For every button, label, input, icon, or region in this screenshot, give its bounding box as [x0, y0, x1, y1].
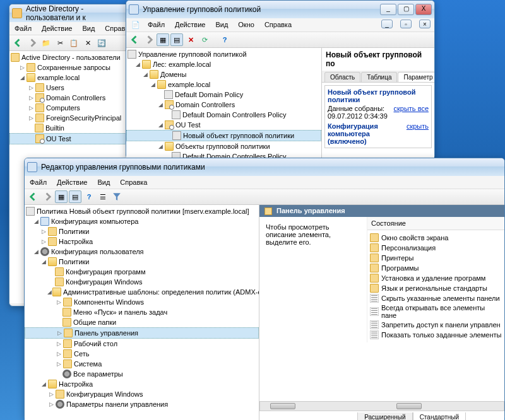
list-item[interactable]: Установка и удаление программ [370, 273, 502, 283]
menu-action[interactable]: Действие [174, 20, 206, 30]
menu-action[interactable]: Действие [40, 23, 73, 33]
tree-gpo-container[interactable]: Объекты групповой политики [175, 143, 270, 150]
menu-help[interactable]: Справка [119, 177, 148, 187]
tree-system[interactable]: Система [74, 360, 102, 368]
detail-button[interactable]: ▤ [170, 33, 183, 46]
tab-strip[interactable]: Область Таблица Параметр [322, 71, 434, 83]
menu-file[interactable]: Файл [13, 23, 33, 33]
close-button[interactable]: X [415, 4, 432, 15]
tree-outest[interactable]: OU Test [175, 121, 201, 129]
tree-root[interactable]: Политика Новый объект групповой политики… [37, 207, 249, 215]
list-button[interactable]: ▦ [55, 190, 68, 203]
tree-users[interactable]: Users [46, 84, 64, 91]
tab-standard[interactable]: Стандартный [413, 412, 466, 420]
back-button[interactable] [27, 190, 40, 203]
help-button[interactable]: ? [218, 33, 231, 46]
tab-extended[interactable]: Расширенный [357, 412, 412, 420]
tree-prog-conf[interactable]: Конфигурация программ [66, 268, 145, 276]
up-button[interactable]: 📁 [40, 37, 52, 49]
view-tabs[interactable]: Расширенный Стандартный [357, 412, 466, 420]
expander-icon[interactable]: ▷ [27, 94, 35, 102]
menu-file[interactable]: Файл [28, 177, 48, 187]
menu-file[interactable]: Файл [146, 20, 166, 30]
expander-icon[interactable]: ▷ [18, 64, 26, 71]
mdi-close[interactable]: × [419, 20, 431, 28]
scrollbar-thumb[interactable] [270, 403, 295, 409]
list-item[interactable]: Всегда открывать все элементы пане [370, 303, 502, 320]
menu-help[interactable]: Справка [263, 20, 293, 30]
hide-all-link[interactable]: скрыть все [394, 105, 429, 120]
expander-icon[interactable]: ▷ [27, 84, 35, 91]
list-item[interactable]: Скрыть указанные элементы панели [370, 293, 502, 303]
tree-startmenu[interactable]: Меню «Пуск» и панель задач [73, 308, 167, 316]
forward-button[interactable] [26, 37, 39, 49]
tree-settings2[interactable]: Настройка [59, 380, 93, 388]
back-button[interactable] [12, 37, 25, 49]
tree-domain[interactable]: example.local [37, 74, 80, 81]
refresh-button[interactable]: 🔄 [95, 37, 108, 49]
list-item[interactable]: Язык и региональные стандарты [370, 283, 502, 293]
tree-dc[interactable]: Domain Controllers [46, 94, 105, 102]
tree-view[interactable]: Политика Новый объект групповой политики… [25, 205, 259, 420]
help-button[interactable]: ? [83, 190, 95, 203]
list-button[interactable]: ▦ [157, 33, 169, 46]
expander-icon[interactable]: ◢ [18, 74, 26, 81]
tree-ddp[interactable]: Default Domain Policy [175, 91, 243, 98]
tree-comp-conf[interactable]: Конфигурация компьютера [51, 218, 138, 225]
tree-user-conf[interactable]: Конфигурация пользователя [51, 248, 144, 255]
scrollbar-h[interactable] [259, 401, 504, 411]
list-item[interactable]: Принтеры [370, 253, 502, 263]
tree-admx[interactable]: Административные шаблоны: определения по… [63, 288, 259, 296]
tree-domain[interactable]: example.local [168, 81, 210, 88]
window-gpe[interactable]: Редактор управления групповыми политикам… [24, 158, 505, 420]
list-item[interactable]: Запретить доступ к панели управлен [370, 320, 502, 330]
expander-icon[interactable]: ▷ [27, 104, 35, 112]
forward-button[interactable] [143, 33, 155, 46]
window-gpmc[interactable]: Управление групповой политикой _ ▢ X 📄 Ф… [126, 0, 435, 159]
list-item[interactable]: Показать только заданные элементы [370, 330, 502, 340]
tree-ddcp[interactable]: Default Domain Controllers Policy [182, 111, 286, 119]
tree-win-conf2[interactable]: Конфигурация Windows [66, 390, 143, 398]
tree-saved-queries[interactable]: Сохраненные запросы [37, 64, 110, 71]
back-button[interactable] [129, 33, 141, 46]
hide-link[interactable]: скрыть [407, 122, 429, 145]
mdi-minimize[interactable]: _ [381, 20, 393, 28]
tree-dc[interactable]: Domain Controllers [175, 101, 235, 108]
delete-button[interactable]: ✕ [184, 33, 197, 46]
minimize-button[interactable]: _ [380, 4, 396, 15]
tree-cpanel[interactable]: Панель управления [74, 329, 138, 337]
tree-view[interactable]: Управление групповой политикой ◢Лес: exa… [126, 48, 322, 161]
menubar[interactable]: Файл Действие Вид Справка [9, 22, 134, 35]
tree-root[interactable]: Управление групповой политикой [138, 50, 247, 58]
delete-button[interactable]: ✕ [81, 37, 94, 49]
props-button[interactable]: 📋 [68, 37, 80, 49]
column-header[interactable]: Состояние [367, 217, 504, 230]
tree-cpanel-params[interactable]: Параметры панели управления [66, 400, 168, 408]
menubar[interactable]: 📄 Файл Действие Вид Окно Справка _ ▫ × [126, 18, 434, 32]
tree-all[interactable]: Все параметры [73, 370, 123, 378]
menu-view[interactable]: Вид [81, 23, 96, 33]
menu-view[interactable]: Вид [214, 20, 229, 30]
cut-button[interactable]: ✂ [54, 37, 66, 49]
detail-button[interactable]: ▤ [69, 190, 81, 203]
menubar[interactable]: Файл Действие Вид Справка [25, 176, 504, 189]
tree-network[interactable]: Сеть [74, 350, 89, 358]
scrollbar-thumb[interactable] [396, 403, 422, 409]
props-button[interactable]: ☰ [97, 190, 109, 203]
tree-shared[interactable]: Общие папки [73, 318, 116, 326]
tree-root[interactable]: Active Directory - пользователи [21, 54, 121, 61]
tree-forest[interactable]: Лес: example.local [153, 61, 211, 68]
tab-settings[interactable]: Параметр [398, 72, 434, 82]
menu-action[interactable]: Действие [56, 177, 88, 187]
tree-comp-win[interactable]: Компоненты Windows [74, 298, 144, 306]
tab-table[interactable]: Таблица [361, 72, 397, 82]
tree-desktop[interactable]: Рабочий стол [74, 340, 117, 347]
menu-window[interactable]: Окно [237, 20, 256, 30]
tree-policies2[interactable]: Политики [59, 258, 90, 265]
tab-scope[interactable]: Область [324, 72, 360, 82]
tree-outest[interactable]: OU Test [46, 135, 71, 143]
tree-settings[interactable]: Настройка [59, 238, 93, 245]
menu-view[interactable]: Вид [96, 177, 111, 187]
tree-newgpo[interactable]: Новый объект групповой политики [183, 132, 294, 139]
list-item[interactable]: Персонализация [370, 243, 502, 253]
